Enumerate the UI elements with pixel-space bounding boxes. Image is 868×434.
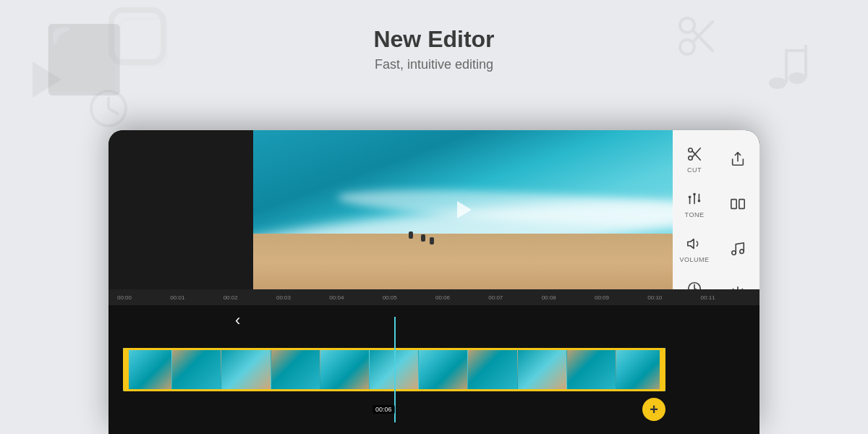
- left-panel: [109, 130, 253, 289]
- page-title: New Editor: [0, 26, 868, 53]
- ruler-mark-4: 00:04: [328, 294, 380, 301]
- clip-9: [518, 348, 567, 391]
- clip-4: [271, 348, 320, 391]
- right-toolbar: CUT: [673, 130, 760, 289]
- video-preview: [253, 130, 673, 289]
- ruler-mark-0: 00:00: [116, 294, 169, 301]
- svg-point-29: [740, 249, 744, 253]
- svg-line-12: [109, 109, 119, 114]
- clip-10: [567, 348, 616, 391]
- header-section: New Editor Fast, intuitive editing: [0, 0, 868, 90]
- tone-label: TONE: [685, 211, 705, 218]
- music-button[interactable]: [716, 227, 760, 272]
- ruler-mark-5: 00:05: [381, 294, 434, 301]
- timeline-section: 00:00 00:01 00:02 00:03 00:04 00:05 00:0…: [109, 289, 760, 434]
- add-clip-button[interactable]: +: [642, 398, 665, 421]
- clip-1: [123, 348, 172, 391]
- ruler-marks: 00:00 00:01 00:02 00:03 00:04 00:05 00:0…: [116, 294, 752, 301]
- timeline-clips[interactable]: 00:06 +: [109, 305, 760, 434]
- play-button[interactable]: [448, 195, 477, 224]
- svg-rect-26: [739, 199, 744, 208]
- toolbar-row-2: TONE: [673, 182, 760, 227]
- svg-rect-25: [731, 199, 736, 208]
- clip-handle-left[interactable]: [123, 348, 129, 391]
- volume-button[interactable]: VOLUME: [673, 227, 716, 272]
- share-button[interactable]: [716, 137, 760, 182]
- split-button[interactable]: [716, 182, 760, 227]
- back-button[interactable]: ‹: [235, 311, 240, 330]
- svg-point-24: [698, 200, 701, 203]
- clip-11: [616, 348, 665, 391]
- sand-area: [253, 234, 673, 289]
- toolbar-row-4: SPEED: [673, 272, 760, 289]
- svg-point-15: [689, 156, 693, 161]
- share-icon: [730, 151, 746, 169]
- tone-icon: [686, 191, 702, 209]
- page-subtitle: Fast, intuitive editing: [0, 57, 868, 72]
- timeline-ruler: 00:00 00:01 00:02 00:03 00:04 00:05 00:0…: [109, 289, 760, 305]
- speed-icon: [686, 281, 702, 289]
- svg-point-23: [689, 195, 692, 198]
- ruler-mark-2: 00:02: [222, 294, 275, 301]
- split-icon: [730, 196, 746, 214]
- surfer-figure-1: [409, 231, 413, 239]
- surfer-figure-3: [430, 237, 434, 244]
- ruler-mark-7: 00:07: [487, 294, 540, 301]
- app-top-section: ‹ 00:05 / 00:16: [109, 130, 760, 289]
- ruler-mark-9: 00:09: [593, 294, 646, 301]
- cut-label: CUT: [687, 166, 702, 174]
- ruler-mark-6: 00:06: [434, 294, 487, 301]
- svg-point-14: [689, 148, 693, 153]
- music-icon: [730, 241, 746, 259]
- cut-button[interactable]: CUT: [673, 137, 716, 182]
- surfer-figure-2: [421, 234, 425, 242]
- play-icon: [457, 201, 472, 218]
- clip-5: [320, 348, 370, 391]
- clip-handle-right[interactable]: [660, 348, 665, 391]
- clip-7: [419, 348, 468, 391]
- ruler-mark-3: 00:03: [275, 294, 328, 301]
- clip-2: [172, 348, 221, 391]
- tone-button[interactable]: TONE: [673, 182, 716, 227]
- toolbar-row-1: CUT: [673, 137, 760, 182]
- volume-icon: [686, 236, 702, 254]
- svg-marker-27: [688, 239, 694, 249]
- clip-8: [468, 348, 517, 391]
- svg-point-10: [91, 91, 126, 126]
- clip-time-label: 00:06: [373, 405, 395, 414]
- app-mockup: ‹ 00:05 / 00:16: [109, 130, 760, 434]
- svg-point-28: [732, 250, 736, 255]
- toolbar-row-3: VOLUME: [673, 227, 760, 272]
- speed-button[interactable]: SPEED: [673, 272, 716, 289]
- ruler-mark-1: 00:01: [169, 294, 221, 301]
- svg-point-22: [693, 193, 696, 196]
- sparkle-button[interactable]: [716, 272, 760, 289]
- ruler-mark-8: 00:08: [540, 294, 593, 301]
- volume-label: VOLUME: [679, 256, 709, 263]
- ruler-mark-11: 00:11: [699, 294, 752, 301]
- scissors-icon: [686, 146, 702, 164]
- clip-3: [221, 348, 271, 391]
- ruler-mark-10: 00:10: [646, 294, 699, 301]
